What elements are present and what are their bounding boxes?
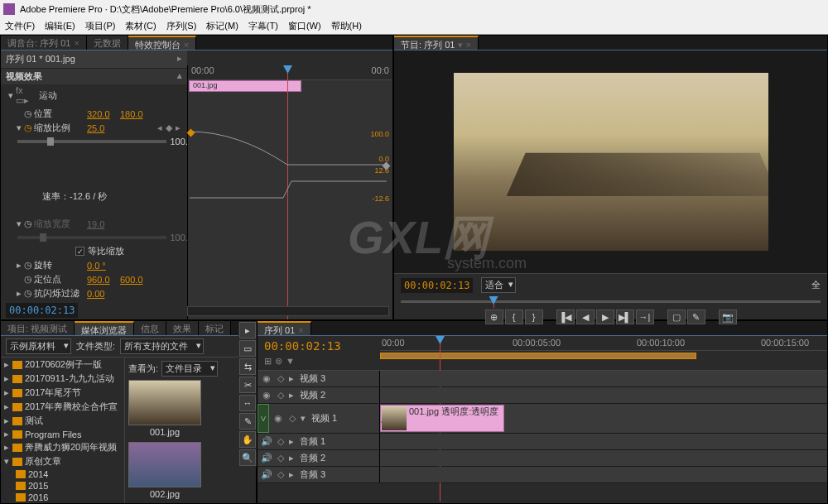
keyframe-graph[interactable]: 00:00 00:0 001.jpg 100.0 0.0 12.6 -12.6	[187, 65, 392, 320]
tab-media-browser[interactable]: 媒体浏览器	[75, 321, 134, 335]
menu-sequence[interactable]: 序列(S)	[161, 20, 202, 32]
marker-icon[interactable]: ▼	[286, 356, 295, 367]
slip-tool[interactable]: ↔	[239, 395, 256, 411]
toggle-timeline-icon[interactable]: ▸	[177, 53, 182, 65]
menu-project[interactable]: 项目(P)	[80, 20, 121, 32]
menu-clip[interactable]: 素材(C)	[120, 20, 161, 32]
view-dropdown[interactable]: 文件目录	[161, 361, 218, 377]
bin-dropdown[interactable]: 示例原材料	[6, 338, 71, 354]
graph-clip-bar[interactable]: 001.jpg	[189, 80, 301, 92]
lift-button[interactable]: ▢	[667, 310, 686, 324]
menu-window[interactable]: 窗口(W)	[283, 20, 326, 32]
extract-button[interactable]: ✎	[687, 310, 705, 324]
track-v3-label[interactable]: 视频 3	[300, 372, 376, 385]
track-a2-label[interactable]: 音频 2	[300, 452, 376, 464]
filetype-dropdown[interactable]: 所有支持的文件	[120, 338, 204, 354]
track-select-tool[interactable]: ▭	[239, 340, 256, 357]
tab-program[interactable]: 节目: 序列 01▾ ×	[394, 36, 479, 50]
sync-lock-v[interactable]: V	[258, 404, 269, 433]
twirl-scale[interactable]: ▾	[14, 122, 24, 133]
menu-edit[interactable]: 编辑(E)	[40, 20, 80, 32]
chevron-up-icon[interactable]: ▴	[177, 70, 182, 83]
step-fwd-button[interactable]: ▶▌	[616, 310, 634, 324]
track-v2-label[interactable]: 视频 2	[300, 389, 376, 401]
twirl-track[interactable]: ▸	[289, 390, 297, 401]
graph-scrollbar[interactable]	[187, 306, 389, 316]
zoom-tool[interactable]: 🔍	[239, 449, 256, 466]
track-v3-content[interactable]	[380, 371, 827, 386]
tab-effects[interactable]: 效果	[166, 321, 199, 335]
tab-info[interactable]: 信息	[134, 321, 166, 335]
stopwatch-icon[interactable]: ◷	[24, 288, 34, 299]
goto-in-button[interactable]: ▐◀	[556, 310, 575, 324]
track-a1-content[interactable]	[380, 434, 827, 449]
track-a1-label[interactable]: 音频 1	[300, 435, 376, 448]
goto-out-button[interactable]: →|	[636, 310, 654, 324]
program-timecode[interactable]: 00:00:02:13	[401, 278, 473, 293]
twirl-scalewidth[interactable]: ▾	[14, 218, 24, 229]
program-viewer[interactable]	[394, 50, 827, 273]
program-scrubber[interactable]	[401, 296, 821, 308]
prev-keyframe-icon[interactable]: ◂	[156, 122, 164, 133]
step-back-button[interactable]: ◀	[576, 310, 595, 324]
pen-tool[interactable]: ✎	[239, 413, 256, 430]
marker-button[interactable]: ⊕	[485, 310, 503, 324]
speaker-icon[interactable]: 🔊	[261, 453, 272, 463]
anchor-y[interactable]: 600.0	[120, 275, 150, 285]
ripple-tool[interactable]: ⇆	[239, 358, 256, 375]
track-v2-content[interactable]	[380, 387, 827, 403]
link-icon[interactable]: ⊚	[275, 356, 282, 367]
stopwatch-scale-icon[interactable]: ◷	[24, 122, 34, 133]
program-playhead[interactable]	[493, 296, 494, 308]
fit-dropdown[interactable]: 适合	[481, 277, 516, 293]
twirl-track[interactable]: ▸	[289, 436, 297, 447]
stopwatch-icon[interactable]: ◷	[24, 260, 34, 271]
menu-marker[interactable]: 标记(M)	[201, 20, 243, 32]
motion-label[interactable]: 运动	[39, 89, 89, 102]
close-icon[interactable]: ▾ ×	[458, 40, 470, 50]
stopwatch-icon[interactable]: ◷	[24, 218, 34, 229]
track-a2-content[interactable]	[380, 450, 827, 466]
track-v1-label[interactable]: 视频 1	[311, 412, 376, 425]
next-keyframe-icon[interactable]: ▸	[174, 122, 182, 133]
close-icon[interactable]: ×	[74, 38, 79, 48]
out-point-button[interactable]: }	[525, 310, 543, 324]
speaker-icon[interactable]: 🔊	[261, 469, 272, 480]
twirl-track[interactable]: ▸	[289, 469, 297, 480]
razor-tool[interactable]: ✂	[239, 377, 256, 393]
tab-metadata[interactable]: 元数据	[87, 36, 128, 50]
stopwatch-icon[interactable]: ◷	[24, 108, 34, 119]
tab-markers[interactable]: 标记	[199, 321, 231, 335]
full-quality[interactable]: 全	[811, 279, 821, 291]
ec-timecode[interactable]: 00:00:02:13	[6, 303, 78, 318]
tab-project[interactable]: 项目: 视频测试	[1, 321, 75, 335]
twirl-rotation[interactable]: ▸	[14, 260, 24, 271]
scale-value[interactable]: 25.0	[87, 123, 117, 133]
eye-icon[interactable]: ◉	[261, 373, 272, 384]
tab-effect-controls[interactable]: 特效控制台×	[128, 36, 196, 50]
add-keyframe-icon[interactable]: ◆	[165, 122, 173, 133]
thumb-002[interactable]: 002.jpg	[128, 442, 201, 499]
video-effects-header[interactable]: 视频效果	[6, 70, 42, 83]
twirl-motion[interactable]: ▾	[6, 90, 16, 101]
track-v1-content[interactable]: 001.jpg 透明度:透明度▾	[380, 404, 827, 433]
stopwatch-icon[interactable]: ◷	[24, 274, 34, 285]
twirl-track[interactable]: ▸	[289, 373, 297, 384]
eye-icon[interactable]: ◉	[272, 413, 284, 424]
twirl-track[interactable]: ▾	[301, 413, 309, 424]
tab-audio-mixer[interactable]: 调音台: 序列 01×	[1, 36, 87, 50]
play-button[interactable]: ▶	[596, 310, 614, 324]
rotation-value[interactable]: 0.0 °	[87, 261, 117, 271]
track-a3-label[interactable]: 音频 3	[300, 468, 376, 481]
close-icon[interactable]: ×	[184, 40, 189, 50]
in-point-button[interactable]: {	[505, 310, 523, 324]
twirl-antiflicker[interactable]: ▸	[14, 288, 24, 299]
folder-tree[interactable]: ▸20170602例子一版 ▸20170911-九九九活动 ▸2017年尾牙节 …	[1, 358, 125, 504]
export-frame-button[interactable]: 📷	[719, 310, 737, 324]
close-icon[interactable]: ×	[298, 325, 303, 335]
antiflicker-value[interactable]: 0.00	[87, 289, 117, 299]
menu-file[interactable]: 文件(F)	[0, 20, 40, 32]
hand-tool[interactable]: ✋	[239, 431, 256, 448]
menu-help[interactable]: 帮助(H)	[326, 20, 367, 32]
scale-slider[interactable]: 100.0	[17, 140, 166, 143]
